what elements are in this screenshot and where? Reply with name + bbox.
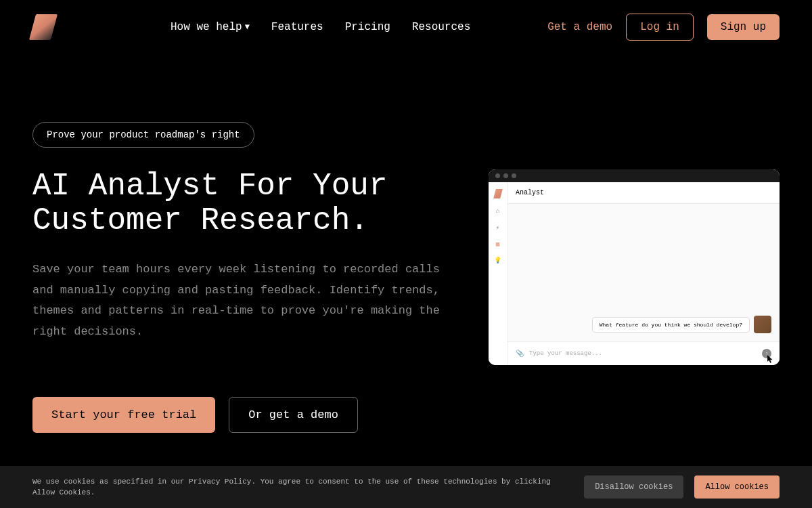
hero-section: Prove your product roadmap's right AI An…: [0, 54, 812, 460]
app-body: ⌂ ⚡ ▦ 💡 Analyst What feature do you thin…: [489, 182, 780, 365]
home-icon[interactable]: ⌂: [495, 208, 501, 215]
browser-titlebar: [489, 169, 780, 182]
bulb-icon[interactable]: 💡: [495, 257, 501, 263]
app-preview-window: ⌂ ⚡ ▦ 💡 Analyst What feature do you thin…: [489, 169, 780, 365]
disallow-cookies-button[interactable]: Disallow cookies: [584, 475, 683, 499]
message-input-row: 📎 Type your message... ↑: [508, 341, 780, 365]
cta-row: Start your free trial Or get a demo: [32, 397, 448, 433]
app-sidebar: ⌂ ⚡ ▦ 💡: [489, 182, 508, 365]
hero-content: Prove your product roadmap's right AI An…: [32, 122, 448, 433]
nav-how-we-help-label: How we help: [171, 21, 242, 33]
message-input[interactable]: Type your message...: [529, 350, 757, 357]
cookie-banner: We use cookies as specified in our Priva…: [0, 466, 812, 508]
nav-how-we-help[interactable]: How we help ▼: [171, 21, 250, 33]
login-button[interactable]: Log in: [626, 14, 694, 41]
app-main: Analyst What feature do you think we sho…: [508, 182, 780, 365]
chat-area: What feature do you think we should deve…: [508, 204, 780, 341]
headline: AI Analyst For Your Customer Research.: [32, 169, 448, 238]
get-demo-link[interactable]: Get a demo: [547, 21, 612, 33]
user-avatar: [754, 316, 771, 333]
grid-icon[interactable]: ▦: [495, 240, 501, 247]
window-dot-icon: [503, 173, 508, 178]
nav-resources[interactable]: Resources: [412, 21, 470, 33]
subheadline: Save your team hours every week listenin…: [32, 259, 448, 342]
message-bubble: What feature do you think we should deve…: [592, 317, 750, 333]
nav-pricing[interactable]: Pricing: [345, 21, 390, 33]
window-dot-icon: [495, 173, 500, 178]
get-demo-button[interactable]: Or get a demo: [229, 397, 358, 433]
top-nav: How we help ▼ Features Pricing Resources…: [0, 0, 812, 54]
bolt-icon[interactable]: ⚡: [495, 224, 501, 231]
window-dot-icon: [512, 173, 516, 178]
app-logo-icon: [493, 189, 503, 198]
chevron-down-icon: ▼: [245, 22, 250, 32]
logo-icon[interactable]: [29, 14, 58, 40]
attachment-icon[interactable]: 📎: [516, 350, 524, 358]
hero-preview: ⌂ ⚡ ▦ 💡 Analyst What feature do you thin…: [489, 122, 780, 433]
nav-actions: Get a demo Log in Sign up: [547, 14, 780, 41]
chat-message: What feature do you think we should deve…: [592, 316, 771, 333]
start-trial-button[interactable]: Start your free trial: [32, 397, 215, 433]
signup-button[interactable]: Sign up: [707, 14, 780, 40]
nav-features[interactable]: Features: [271, 21, 323, 33]
cursor-icon: [765, 354, 774, 364]
cookie-text: We use cookies as specified in our Priva…: [32, 476, 573, 499]
nav-links: How we help ▼ Features Pricing Resources: [171, 21, 470, 33]
allow-cookies-button[interactable]: Allow cookies: [694, 475, 780, 499]
pill-badge: Prove your product roadmap's right: [32, 122, 254, 148]
app-title: Analyst: [508, 182, 780, 204]
